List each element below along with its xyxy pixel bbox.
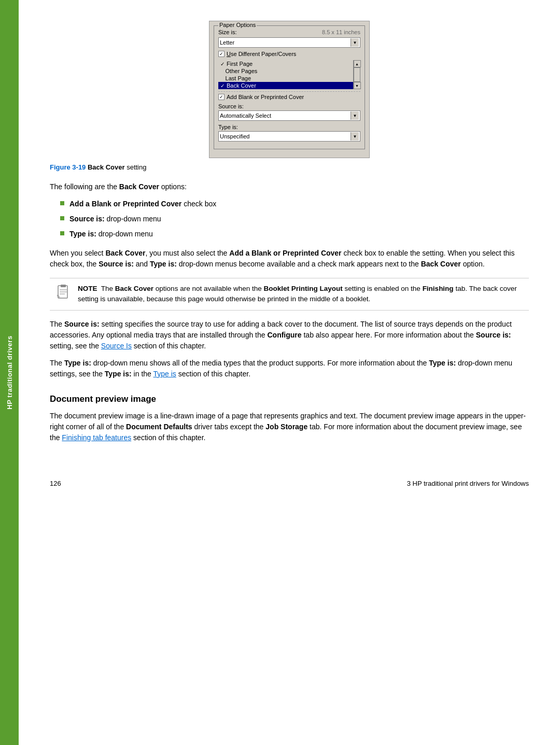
page-types-list-wrapper: ✓ First Page Other Pages Last Page ✓ Bac…	[218, 60, 360, 89]
para4: The document preview image is a line-dra…	[50, 411, 529, 443]
bullet-list: Add a Blank or Preprinted Cover check bo…	[50, 199, 529, 240]
para1: When you select Back Cover, you must als…	[50, 248, 529, 270]
add-blank-checkbox[interactable]: ✓	[218, 94, 225, 100]
intro-paragraph: The following are the Back Cover options…	[50, 181, 529, 192]
size-dropdown-value: Letter	[220, 39, 234, 46]
size-row: Size is: 8.5 x 11 inches	[218, 29, 360, 35]
figure-caption: Figure 3-19 Back Cover setting	[50, 163, 529, 171]
bullet-item-2: Source is: drop-down menu	[50, 214, 529, 224]
svg-rect-1	[61, 285, 66, 287]
chapter-ref: 3 HP traditional print drivers for Windo…	[407, 480, 529, 487]
page-types-list: ✓ First Page Other Pages Last Page ✓ Bac…	[218, 60, 353, 89]
list-item-last-page[interactable]: Last Page	[218, 75, 353, 82]
figure-label: Figure 3-19	[50, 163, 86, 171]
add-blank-label: Add Blank or Preprinted Cover	[227, 94, 304, 100]
note-content: NOTE The Back Cover options are not avai…	[78, 284, 523, 305]
size-value: 8.5 x 11 inches	[322, 29, 360, 35]
note-box: ✎ NOTE The Back Cover options are not av…	[50, 278, 529, 311]
list-item-other-pages[interactable]: Other Pages	[218, 67, 353, 75]
scroll-down-btn[interactable]: ▼	[354, 82, 361, 89]
source-dropdown-arrow[interactable]: ▼	[351, 111, 359, 120]
page-number: 126	[50, 480, 61, 487]
bullet-icon-2	[60, 216, 64, 220]
scroll-up-btn[interactable]: ▲	[354, 60, 361, 67]
bullet-text-3: Type is: drop-down menu	[69, 229, 153, 240]
svg-text:✎: ✎	[57, 294, 61, 299]
bullet-item-1: Add a Blank or Preprinted Cover check bo…	[50, 199, 529, 209]
figure-setting-text: setting	[127, 163, 146, 171]
source-label: Source is:	[218, 103, 360, 109]
para3: The Type is: drop-down menu shows all of…	[50, 358, 529, 379]
main-content: Paper Options Size is: 8.5 x 11 inches L…	[19, 0, 560, 518]
paper-options-title: Paper Options	[218, 22, 257, 28]
use-different-checkbox[interactable]: ✓	[218, 51, 225, 57]
use-different-label: Use Different Paper/Covers	[227, 51, 296, 57]
list-item-back-cover[interactable]: ✓ Back Cover	[218, 82, 353, 89]
type-is-link[interactable]: Type is	[153, 370, 176, 378]
source-dropdown[interactable]: Automatically Select ▼	[218, 110, 360, 121]
source-dropdown-value: Automatically Select	[220, 113, 271, 119]
bullet-icon-3	[60, 231, 64, 235]
para2: The Source is: setting specifies the sou…	[50, 319, 529, 352]
type-dropdown-arrow[interactable]: ▼	[351, 132, 359, 140]
size-dropdown[interactable]: Letter ▼	[218, 37, 360, 48]
sidebar: HP traditional drivers	[0, 0, 19, 745]
list-item-first-page[interactable]: ✓ First Page	[218, 60, 353, 67]
note-icon: ✎	[56, 285, 71, 302]
sidebar-label: HP traditional drivers	[6, 335, 13, 409]
dialog-screenshot: Paper Options Size is: 8.5 x 11 inches L…	[209, 21, 370, 158]
scroll-thumb[interactable]	[354, 67, 360, 82]
bullet-text-2: Source is: drop-down menu	[69, 214, 161, 224]
finishing-tab-link[interactable]: Finishing tab features	[62, 433, 131, 442]
add-blank-row[interactable]: ✓ Add Blank or Preprinted Cover	[218, 91, 360, 100]
bullet-item-3: Type is: drop-down menu	[50, 229, 529, 240]
size-dropdown-arrow[interactable]: ▼	[351, 38, 359, 47]
note-label: NOTE	[78, 285, 97, 292]
type-dropdown[interactable]: Unspecified ▼	[218, 131, 360, 142]
type-label: Type is:	[218, 124, 360, 130]
source-is-link[interactable]: Source Is	[101, 342, 132, 350]
size-label: Size is:	[218, 29, 236, 35]
use-different-row[interactable]: ✓ Use Different Paper/Covers	[218, 51, 360, 57]
type-dropdown-value: Unspecified	[220, 133, 249, 139]
page-footer: 126 3 HP traditional print drivers for W…	[50, 474, 529, 487]
figure-text: Back Cover	[88, 163, 125, 171]
paper-options-group: Paper Options Size is: 8.5 x 11 inches L…	[214, 25, 365, 149]
bullet-text-1: Add a Blank or Preprinted Cover check bo…	[69, 199, 216, 209]
bullet-icon-1	[60, 201, 64, 205]
section-heading: Document preview image	[50, 394, 529, 404]
list-scrollbar[interactable]: ▲ ▼	[353, 60, 360, 89]
